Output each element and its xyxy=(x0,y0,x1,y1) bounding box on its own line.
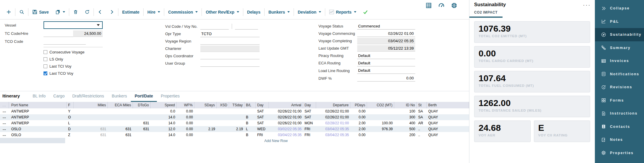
table-cell[interactable]: 0.0 xyxy=(151,108,177,114)
table-cell[interactable]: QUAY xyxy=(427,132,469,138)
table-cell[interactable]: 100.00 xyxy=(367,120,394,126)
table-cell[interactable]: QUAY xyxy=(427,126,469,132)
table-cell[interactable]: B xyxy=(244,120,256,126)
table-cell[interactable] xyxy=(217,132,229,138)
sidebar-item-notes[interactable]: Notes xyxy=(595,133,644,146)
table-cell[interactable] xyxy=(229,120,244,126)
voy-no-input[interactable] xyxy=(235,23,258,30)
table-cell[interactable]: ANTWERP xyxy=(9,114,67,120)
tab-bl-info[interactable]: BL Info xyxy=(29,94,49,102)
table-cell[interactable]: 200 xyxy=(394,132,417,138)
table-cell[interactable]: L xyxy=(67,120,74,126)
checkbox-ls-only[interactable]: LS Only xyxy=(44,56,103,63)
grid-icon[interactable] xyxy=(426,2,432,9)
table-cell[interactable]: 0.00 xyxy=(177,108,194,114)
tab-draft-restrictions[interactable]: Draft/Restrictions xyxy=(68,94,108,102)
tco-code-input[interactable] xyxy=(44,38,86,45)
table-cell[interactable]: OSLO xyxy=(9,126,67,132)
deviation-button[interactable]: Deviation xyxy=(294,8,324,17)
table-cell[interactable] xyxy=(194,120,217,126)
sidebar-item-p-l[interactable]: P&L xyxy=(595,15,644,28)
delays-button[interactable]: Delays xyxy=(244,8,264,17)
piracy-routing-input[interactable]: Default xyxy=(357,53,415,59)
reports-button[interactable]: Reports xyxy=(326,8,360,17)
table-cell[interactable]: 0.00 xyxy=(177,126,194,132)
table-cell[interactable] xyxy=(217,114,229,120)
table-cell[interactable]: WED xyxy=(256,126,269,132)
ellipsis-menu-icon[interactable] xyxy=(583,2,590,7)
eca-routing-input[interactable]: Default xyxy=(357,60,415,66)
table-cell[interactable]: O xyxy=(67,114,74,120)
tab-bunkers[interactable]: Bunkers xyxy=(108,94,131,102)
table-cell[interactable]: 0.00 xyxy=(177,120,194,126)
table-cell[interactable]: ANTWERP xyxy=(9,120,67,126)
other-rev-exp-button[interactable]: Other Rev/Exp xyxy=(202,8,242,17)
table-cell[interactable]: 631 xyxy=(133,120,151,126)
table-cell[interactable]: B xyxy=(244,114,256,120)
table-cell[interactable]: AR xyxy=(417,120,427,126)
sidebar-item-notifications[interactable]: Notifications xyxy=(595,68,644,81)
hire-button[interactable]: Hire xyxy=(144,8,163,17)
table-cell[interactable] xyxy=(229,132,244,138)
table-cell[interactable] xyxy=(133,132,151,138)
sidebar-item-invoices[interactable]: Invoices xyxy=(595,54,644,68)
table-cell[interactable]: 03/02/22 05:35 xyxy=(269,126,303,132)
dwf-input[interactable]: 0.00 xyxy=(357,75,415,82)
row-menu-icon[interactable] xyxy=(0,108,9,114)
table-cell[interactable]: 2.00 xyxy=(350,126,367,132)
row-menu-icon[interactable] xyxy=(0,126,9,132)
checkbox-last-tco-voy[interactable]: Last TCO Voy xyxy=(44,70,103,77)
table-cell[interactable]: 14.0 xyxy=(151,114,177,120)
table-cell[interactable]: L xyxy=(244,126,256,132)
vessel-dropdown[interactable] xyxy=(44,21,103,29)
sidebar-item-sustainability[interactable]: Sustainability xyxy=(595,28,644,41)
globe-icon[interactable] xyxy=(451,2,457,9)
sidebar-item-collapse[interactable]: Collapse xyxy=(595,2,644,15)
load-line-routing-input[interactable]: Default xyxy=(357,67,415,74)
table-cell[interactable] xyxy=(133,108,151,114)
voyage-region-input[interactable] xyxy=(200,38,260,45)
table-cell[interactable] xyxy=(367,114,394,120)
commission-button[interactable]: Commission xyxy=(165,8,201,17)
tab-port-date[interactable]: Port/Date xyxy=(131,94,157,102)
table-cell[interactable]: QUAY xyxy=(427,114,469,120)
add-button[interactable] xyxy=(3,8,15,17)
table-cell[interactable] xyxy=(74,114,108,120)
add-new-row-button[interactable]: Add New Row xyxy=(0,138,469,144)
table-cell[interactable] xyxy=(367,132,394,138)
tab-cargo[interactable]: Cargo xyxy=(49,94,68,102)
save-button[interactable]: Save xyxy=(29,8,52,17)
row-menu-icon[interactable] xyxy=(0,114,9,120)
table-cell[interactable] xyxy=(244,108,256,114)
table-cell[interactable]: D xyxy=(67,126,74,132)
table-cell[interactable]: 02/26/22 01:00 xyxy=(269,108,303,114)
tc-code-input[interactable] xyxy=(44,30,73,37)
previous-button[interactable] xyxy=(94,8,106,17)
table-cell[interactable]: SA xyxy=(417,108,427,114)
copy-button[interactable] xyxy=(52,8,68,17)
table-cell[interactable]: 03/04/22 05:35 xyxy=(316,126,350,132)
table-cell[interactable] xyxy=(108,108,133,114)
table-cell[interactable]: Z xyxy=(67,132,74,138)
table-cell[interactable]: SAT xyxy=(256,120,269,126)
table-cell[interactable]: QUAY xyxy=(427,120,469,126)
table-cell[interactable] xyxy=(367,108,394,114)
table-cell[interactable] xyxy=(133,114,151,120)
table-cell[interactable]: .. xyxy=(417,126,427,132)
table-cell[interactable]: 03/04/22 05:35 xyxy=(269,132,303,138)
checkbox-consecutive-voyage[interactable]: Consecutive Voyage xyxy=(44,48,103,56)
table-cell[interactable]: FRI xyxy=(303,132,316,138)
table-cell[interactable]: 100 xyxy=(394,108,417,114)
table-cell[interactable] xyxy=(217,120,229,126)
ops-coordinator-input[interactable] xyxy=(200,53,260,59)
table-cell[interactable]: 14.0 xyxy=(151,132,177,138)
gauge-icon[interactable] xyxy=(438,2,445,9)
table-cell[interactable]: 0.00 xyxy=(177,114,194,120)
validate-button[interactable] xyxy=(360,8,371,17)
table-cell[interactable]: 2.19 xyxy=(229,126,244,132)
table-cell[interactable]: 0.00 xyxy=(350,132,367,138)
sidebar-item-contacts[interactable]: Contacts xyxy=(595,120,644,133)
table-cell[interactable] xyxy=(194,108,217,114)
table-cell[interactable]: ANTWERP xyxy=(9,108,67,114)
row-menu-icon[interactable] xyxy=(0,120,9,126)
